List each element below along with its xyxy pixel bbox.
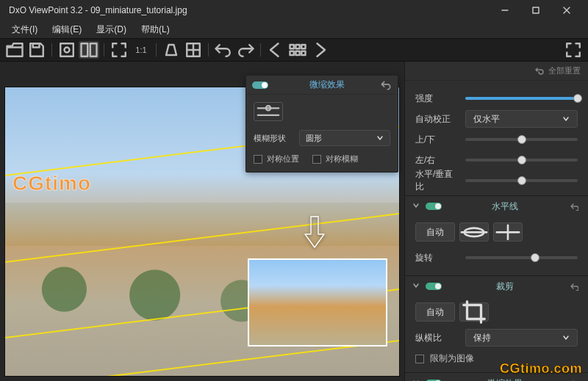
svg-rect-12 [290, 45, 294, 48]
horizon-undo-icon[interactable] [567, 202, 581, 211]
toolbar-divider [51, 43, 52, 57]
toolbar-divider [208, 43, 209, 57]
save-file-icon[interactable] [26, 41, 47, 59]
svg-rect-14 [301, 45, 305, 48]
toolbar: 1:1 [0, 38, 588, 62]
chevron-down-icon[interactable] [412, 281, 420, 291]
close-button[interactable] [551, 0, 582, 21]
menu-file[interactable]: 文件(I) [6, 22, 43, 37]
svg-point-6 [65, 48, 70, 53]
rotate-label: 旋转 [415, 252, 458, 264]
grid-tool-icon[interactable] [183, 41, 204, 59]
aspect-label: 纵横比 [415, 332, 458, 344]
chevron-down-icon [562, 334, 570, 341]
photo-watermark: CGtimo [12, 172, 91, 195]
window-title: DxO ViewPoint 3.2 - 09_miniature_tutoria… [6, 5, 490, 15]
auto-correct-select[interactable]: 仅水平 [465, 110, 578, 128]
perspective-tool-icon[interactable] [161, 41, 182, 59]
side-panel: 全部重置 强度 自动校正 仅水平 上/下 左/右 [404, 62, 588, 381]
title-bar: DxO ViewPoint 3.2 - 09_miniature_tutoria… [0, 0, 588, 21]
fullscreen-icon[interactable] [563, 41, 584, 59]
undo-icon[interactable] [213, 41, 234, 59]
svg-rect-5 [60, 43, 74, 57]
chevron-down-icon [562, 115, 570, 123]
footer-watermark: CGtimo.com [500, 361, 582, 377]
horizon-title: 水平线 [448, 200, 562, 213]
up-down-slider[interactable] [465, 138, 578, 141]
thumbnails-icon[interactable] [287, 41, 308, 59]
chevron-down-icon [376, 134, 384, 142]
reset-icon [535, 67, 544, 76]
svg-rect-8 [90, 43, 97, 57]
svg-rect-16 [295, 51, 299, 55]
toolbar-divider [156, 43, 157, 57]
popup-title: 微缩效果 [274, 79, 380, 91]
menu-edit[interactable]: 编辑(E) [46, 22, 87, 37]
preview-single-icon[interactable] [57, 41, 77, 59]
crop-auto-button[interactable]: 自动 [415, 302, 455, 322]
arrow-down-icon [304, 215, 326, 251]
svg-rect-7 [82, 43, 88, 57]
next-image-icon[interactable] [309, 41, 330, 59]
blur-shape-value: 圆形 [306, 133, 322, 144]
menu-help[interactable]: 帮助(L) [135, 22, 176, 37]
toolbar-divider [104, 43, 104, 57]
inset-preview [248, 258, 387, 346]
blur-shape-select[interactable]: 圆形 [299, 130, 390, 146]
horizon-toggle[interactable] [426, 203, 442, 210]
sym-position-checkbox[interactable]: 对称位置 [254, 153, 299, 164]
open-file-icon[interactable] [4, 41, 25, 59]
panel-reset-all[interactable]: 全部重置 [405, 62, 588, 81]
canvas-area[interactable]: CGtimo 微缩效果 模糊形状 圆形 [0, 62, 404, 381]
chevron-down-icon[interactable] [412, 201, 420, 211]
window-buttons [490, 0, 582, 21]
horizon-vertical-tool-icon[interactable] [493, 222, 523, 242]
chevron-down-icon[interactable] [412, 378, 420, 381]
left-right-label: 左/右 [415, 154, 458, 167]
menu-view[interactable]: 显示(D) [90, 22, 132, 37]
crop-section: 裁剪 自动 纵横比 保持 限制为图像 [405, 275, 588, 372]
prev-image-icon[interactable] [265, 41, 286, 59]
left-right-slider[interactable] [465, 159, 578, 162]
popup-toggle[interactable] [252, 81, 268, 89]
crop-tool-icon[interactable] [459, 302, 489, 322]
toolbar-divider [260, 43, 261, 57]
maximize-button[interactable] [520, 0, 551, 21]
preview-compare-icon[interactable] [79, 41, 99, 59]
intensity-slider[interactable] [465, 97, 578, 100]
zoom-1-1-button[interactable]: 1:1 [131, 41, 151, 59]
menu-bar: 文件(I) 编辑(E) 显示(D) 帮助(L) [0, 21, 588, 38]
main-area: CGtimo 微缩效果 模糊形状 圆形 [0, 62, 588, 381]
aspect-select[interactable]: 保持 [465, 329, 578, 346]
minimize-button[interactable] [490, 0, 520, 21]
popup-undo-icon[interactable] [380, 79, 392, 91]
blur-preset-icon[interactable] [254, 102, 283, 121]
miniature-title: 微缩效果 [448, 377, 562, 382]
auto-correct-label: 自动校正 [415, 113, 458, 126]
up-down-label: 上/下 [415, 134, 458, 146]
horizon-level-tool-icon[interactable] [459, 222, 489, 242]
miniature-popup: 微缩效果 模糊形状 圆形 对称位置 对称模糊 [245, 75, 398, 173]
hv-ratio-label: 水平/垂直比 [415, 168, 458, 193]
crop-title: 裁剪 [448, 280, 562, 293]
horizon-auto-button[interactable]: 自动 [415, 222, 455, 242]
rotate-slider[interactable] [465, 256, 578, 259]
hv-ratio-slider[interactable] [465, 179, 578, 182]
svg-rect-1 [533, 7, 539, 13]
fit-screen-icon[interactable] [109, 41, 129, 59]
horizon-section: 水平线 自动 旋转 [405, 195, 588, 275]
redo-icon[interactable] [235, 41, 256, 59]
sym-blur-checkbox[interactable]: 对称模糊 [312, 153, 358, 164]
blur-shape-label: 模糊形状 [254, 133, 293, 144]
svg-rect-4 [33, 43, 40, 47]
crop-undo-icon[interactable] [567, 282, 581, 291]
intensity-label: 强度 [415, 92, 458, 105]
svg-rect-17 [301, 51, 305, 55]
svg-rect-15 [290, 51, 294, 55]
svg-rect-13 [295, 45, 299, 48]
crop-toggle[interactable] [426, 283, 442, 290]
